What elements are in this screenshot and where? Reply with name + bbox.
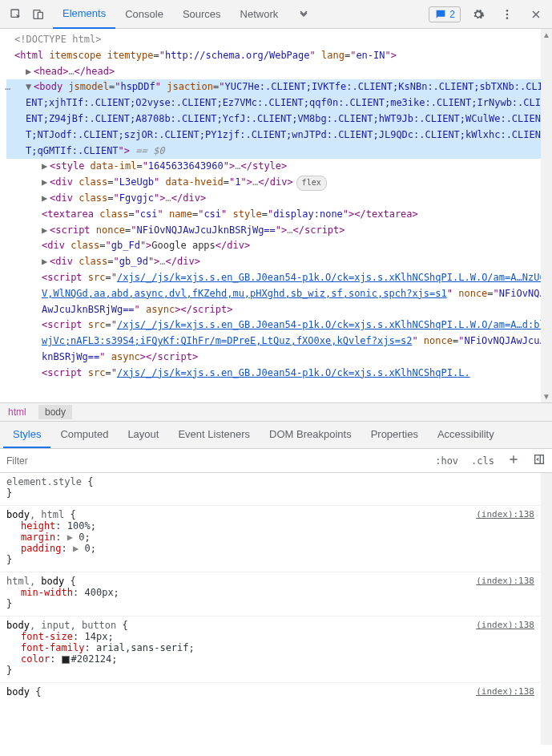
expand-arrow-icon[interactable]: ▶ (42, 191, 50, 207)
sel-strong: body (6, 509, 30, 520)
selector-element-style: element.style (6, 476, 82, 487)
prop-name[interactable]: height (21, 520, 55, 532)
div-fgvgjc-node[interactable]: ▶<div class="Fgvgjc">…</div> (6, 191, 546, 207)
crumb-body[interactable]: body (38, 405, 72, 419)
dom-tree-panel[interactable]: <!DOCTYPE html> <html itemscope itemtype… (0, 29, 552, 402)
subtab-computed[interactable]: Computed (50, 422, 118, 448)
script1-node[interactable]: <script src="/xjs/_/js/k=xjs.s.en_GB.J0e… (6, 270, 546, 317)
styles-filter-input[interactable] (0, 451, 429, 471)
html-lang-value: en-IN (356, 50, 385, 61)
brace-close: } (6, 665, 534, 676)
source-link[interactable]: (index):138 (476, 686, 534, 697)
subtab-event-listeners[interactable]: Event Listeners (168, 422, 260, 448)
style-node[interactable]: ▶<style data-iml="1645633643960">…</styl… (6, 159, 546, 175)
svg-rect-2 (38, 12, 42, 18)
rule-body-input-button[interactable]: (index):138 body, input, button { font-s… (0, 617, 541, 683)
subtab-layout[interactable]: Layout (118, 422, 168, 448)
prop-value[interactable]: 400px (84, 587, 113, 598)
sel-rest: , input, button (30, 620, 116, 631)
tab-elements[interactable]: Elements (53, 0, 115, 29)
prop-name[interactable]: padding (21, 543, 62, 554)
gb9d-class-value: gb_9d (119, 256, 148, 267)
collapse-arrow-icon[interactable]: ▼ (26, 79, 34, 95)
panel-toggle-icon[interactable] (526, 453, 552, 468)
script3-node[interactable]: <script src="/xjs/_/js/k=xjs.s.en_GB.J0e… (6, 366, 546, 382)
prop-value[interactable]: 0 (79, 532, 84, 543)
brace-open: { (82, 476, 93, 487)
div-l3eugb-node[interactable]: ▶<div class="L3eUgb" data-hveid="1">…</d… (6, 175, 546, 191)
hov-toggle[interactable]: :hov (429, 455, 465, 467)
textarea-node[interactable]: <textarea class="csi" name="csi" style="… (6, 207, 546, 223)
sel-strong: body (6, 620, 30, 631)
cls-toggle[interactable]: .cls (465, 455, 501, 467)
dom-scrollbar[interactable]: ▲ ▼ (541, 29, 552, 402)
prop-name[interactable]: color (21, 653, 50, 665)
inspect-icon[interactable] (5, 3, 27, 26)
kebab-menu-icon[interactable] (496, 3, 518, 26)
body-node-selected[interactable]: …▼<body jsmodel="hspDDf" jsaction="YUC7H… (6, 79, 546, 159)
rule-element-style[interactable]: element.style { } (0, 473, 541, 506)
crumb-html[interactable]: html (8, 406, 26, 418)
messages-count: 2 (449, 9, 455, 20)
expand-arrow-icon[interactable]: ▶ (42, 223, 50, 239)
source-link[interactable]: (index):138 (476, 509, 534, 519)
devtools-toolbar: Elements Console Sources Network 2 (0, 0, 552, 29)
rule-html-body[interactable]: (index):138 html, body { min-width: 400p… (0, 572, 541, 617)
new-rule-icon[interactable] (501, 453, 526, 468)
subtab-styles[interactable]: Styles (3, 422, 50, 448)
tab-sources[interactable]: Sources (173, 0, 231, 29)
prop-value[interactable]: 100% (67, 520, 91, 532)
sel-pre: html, (6, 576, 41, 587)
expand-arrow-icon[interactable]: ▶ (26, 64, 34, 80)
messages-badge[interactable]: 2 (429, 6, 461, 22)
textarea-style-value: display:none (273, 208, 343, 220)
brace-close: } (6, 554, 534, 565)
script2-node[interactable]: <script src="/xjs/_/js/k=xjs.s.en_GB.J0e… (6, 317, 546, 365)
script-nonce-node[interactable]: ▶<script nonce="NFiOvNQJAwJcuJknBSRjWg==… (6, 223, 546, 239)
tab-more-icon[interactable] (288, 0, 320, 29)
textarea-name-value: csi (203, 208, 221, 220)
div-gbfd-node[interactable]: <div class="gb_Fd">Google apps</div> (6, 238, 546, 254)
brace-open: { (116, 620, 127, 631)
expand-arrow-icon[interactable]: ▶ (42, 175, 50, 191)
subtab-properties[interactable]: Properties (361, 422, 428, 448)
brace-open: { (64, 509, 75, 520)
div-gb9d-node[interactable]: ▶<div class="gb_9d">…</div> (6, 254, 546, 270)
rule-body-html[interactable]: (index):138 body, html { height: 100%; m… (0, 506, 541, 572)
prop-value[interactable]: arial,sans-serif (96, 642, 189, 653)
scroll-up-icon[interactable]: ▲ (541, 29, 552, 41)
prop-name[interactable]: font-size (21, 631, 73, 642)
subtab-accessibility[interactable]: Accessibility (428, 422, 504, 448)
source-link[interactable]: (index):138 (476, 576, 534, 586)
svg-point-3 (506, 10, 509, 12)
prop-name[interactable]: min-width (21, 587, 73, 598)
head-node[interactable]: ▶<head>…</head> (6, 64, 546, 80)
prop-value[interactable]: 0 (84, 543, 90, 554)
rule-body-last[interactable]: (index):138 body { (0, 683, 541, 704)
body-jsmodel-value: hspDDf (120, 81, 155, 92)
close-icon[interactable] (525, 3, 547, 26)
doctype-node[interactable]: <!DOCTYPE html> (6, 32, 546, 48)
scroll-down-icon[interactable]: ▼ (541, 390, 552, 402)
tab-network[interactable]: Network (231, 0, 288, 29)
prop-name[interactable]: font-family (21, 642, 84, 653)
brace-close: } (6, 487, 534, 499)
subtab-dom-breakpoints[interactable]: DOM Breakpoints (260, 422, 361, 448)
settings-gear-icon[interactable] (467, 3, 490, 26)
color-swatch-icon[interactable] (62, 656, 70, 664)
prop-name[interactable]: margin (21, 532, 55, 543)
prop-value[interactable]: #202124 (71, 653, 112, 665)
source-link[interactable]: (index):138 (476, 620, 534, 630)
prop-value[interactable]: 14px (84, 631, 107, 642)
flex-badge[interactable]: flex (296, 176, 327, 191)
html-open-tag[interactable]: <html itemscope itemtype="http://schema.… (6, 48, 546, 64)
script3-src-link[interactable]: /xjs/_/js/k=xjs.s.en_GB.J0ean54-p1k.O/ck… (117, 367, 470, 378)
device-toggle-icon[interactable] (27, 3, 50, 26)
svg-point-5 (506, 17, 509, 19)
expand-arrow-icon[interactable]: ▶ (42, 254, 50, 270)
brace-open: { (30, 686, 41, 697)
styles-panel[interactable]: element.style { } (index):138 body, html… (0, 473, 552, 745)
tab-console[interactable]: Console (115, 0, 173, 29)
brace-open: { (64, 576, 75, 587)
expand-arrow-icon[interactable]: ▶ (42, 159, 50, 175)
